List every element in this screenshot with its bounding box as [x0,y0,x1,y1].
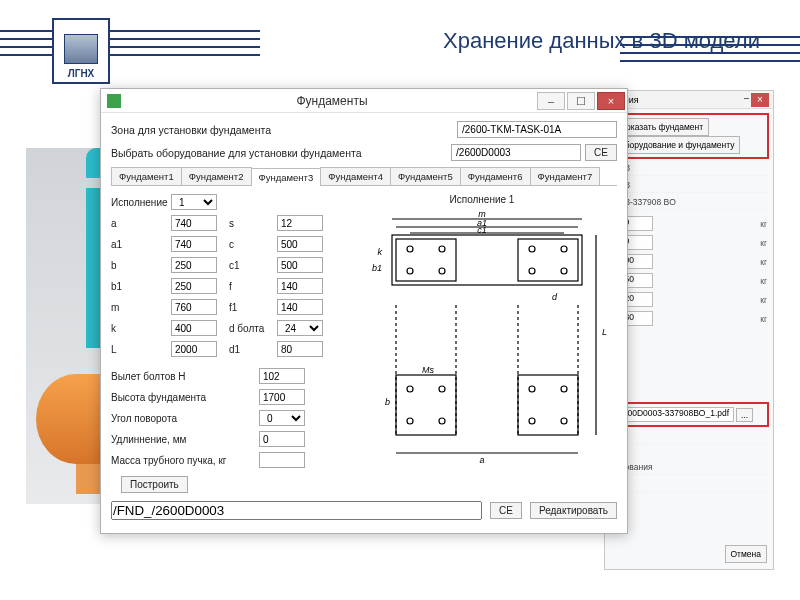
diagram-svg: m a1 c1 k b1 d L b Мs a [347,205,617,465]
svg-point-4 [439,246,445,252]
edit-button[interactable]: Редактировать [530,502,617,519]
ce-button-bottom[interactable]: CE [490,502,522,519]
tab-foundation-1[interactable]: Фундамент1 [111,167,182,185]
tab-foundation-7[interactable]: Фундамент7 [530,167,601,185]
svg-point-3 [407,246,413,252]
show-foundation-button[interactable]: Показать фундамент [614,118,709,136]
param-input[interactable] [259,431,305,447]
highlighted-controls: Показать фундамент оборудование и фундам… [609,113,769,159]
param-select[interactable]: 0 [259,410,305,426]
unit-label: кг [760,276,767,286]
svg-point-25 [561,386,567,392]
param-input-m[interactable] [171,299,217,315]
ce-button[interactable]: CE [585,144,617,161]
bg-field: 0003-337908 BO [611,197,767,210]
close-icon[interactable]: × [751,93,769,107]
bg-field: 0003 [611,180,767,193]
param-input-b1[interactable] [171,278,217,294]
equipment-label: Выбрать оборудование для установки фунда… [111,147,451,159]
dim-a: a [479,455,484,465]
param-label: Вылет болтов H [111,371,259,382]
param-input[interactable] [259,368,305,384]
param-label: Масса трубного пучка, кг [111,455,259,466]
unit-label: кг [760,238,767,248]
param-input-k[interactable] [171,320,217,336]
build-button[interactable]: Построить [121,476,188,493]
path-input[interactable] [111,501,482,520]
param-label: Высота фундамента [111,392,259,403]
param-input-f1[interactable] [277,299,323,315]
svg-rect-1 [396,239,456,281]
param-label: b [111,260,171,271]
bg-field: 0003 [611,163,767,176]
pdf-path-field[interactable]: 2600D0003-337908BO_1.pdf [614,407,734,422]
param-label: c1 [229,260,277,271]
maximize-button[interactable]: ☐ [567,92,595,110]
tab-foundation-5[interactable]: Фундамент5 [390,167,461,185]
param-label: f [229,281,277,292]
exec-label: Исполнение [111,197,171,208]
svg-point-26 [529,418,535,424]
param-select-bolt-d[interactable]: 24 [277,320,323,336]
logo-icon [64,34,98,64]
param-input-c1[interactable] [277,257,323,273]
dim-b1: b1 [372,263,382,273]
tab-foundation-6[interactable]: Фундамент6 [460,167,531,185]
page-title: Хранение данных в 3D модели [443,28,760,54]
equipment-bg-dialog: ования – × Показать фундамент оборудован… [604,90,774,570]
param-label: L [111,344,171,355]
minimize-icon[interactable]: – [744,93,749,107]
param-label: m [111,302,171,313]
logo-text: ЛГНХ [68,68,95,79]
param-input-d1[interactable] [277,341,323,357]
highlighted-pdf: 2600D0003-337908BO_1.pdf ... [609,402,769,427]
svg-point-8 [561,246,567,252]
svg-rect-0 [392,235,582,285]
app-icon [107,94,121,108]
param-label: d болта [229,323,277,334]
header-decor [0,30,260,70]
svg-point-10 [561,268,567,274]
svg-point-7 [529,246,535,252]
svg-point-6 [439,268,445,274]
dim-L: L [602,327,607,337]
svg-point-20 [407,386,413,392]
close-button[interactable]: × [597,92,625,110]
tab-foundation-2[interactable]: Фундамент2 [181,167,252,185]
param-label: a [111,218,171,229]
param-input-b[interactable] [171,257,217,273]
param-input[interactable] [259,452,305,468]
dialog-title: Фундаменты [127,94,537,108]
svg-point-27 [561,418,567,424]
exec-select[interactable]: 1 [171,194,217,210]
param-label: f1 [229,302,277,313]
svg-rect-2 [518,239,578,281]
param-label: k [111,323,171,334]
diagram-title: Исполнение 1 [347,194,617,205]
foundation-diagram: Исполнение 1 [347,194,617,493]
tab-foundation-4[interactable]: Фундамент4 [320,167,391,185]
bg-label: рудования [611,462,767,475]
tab-foundation-3[interactable]: Фундамент3 [251,168,322,186]
svg-point-9 [529,268,535,274]
param-input-c[interactable] [277,236,323,252]
param-input-a[interactable] [171,215,217,231]
zone-input[interactable] [457,121,617,138]
param-input-s[interactable] [277,215,323,231]
goto-equipment-button[interactable]: оборудование и фундаменту [614,136,740,154]
dim-c1: c1 [477,225,487,235]
param-input[interactable] [259,389,305,405]
param-input-a1[interactable] [171,236,217,252]
param-input-L[interactable] [171,341,217,357]
dim-s: Мs [422,365,434,375]
minimize-button[interactable]: – [537,92,565,110]
cancel-button[interactable]: Отмена [725,545,768,563]
browse-button[interactable]: ... [736,408,753,422]
foundations-dialog: Фундаменты – ☐ × Зона для установки фунд… [100,88,628,534]
equipment-input[interactable] [451,144,581,161]
param-input-f[interactable] [277,278,323,294]
svg-point-22 [407,418,413,424]
param-label: c [229,239,277,250]
dim-b: b [385,397,390,407]
foundation-tabs: Фундамент1Фундамент2Фундамент3Фундамент4… [111,167,617,186]
